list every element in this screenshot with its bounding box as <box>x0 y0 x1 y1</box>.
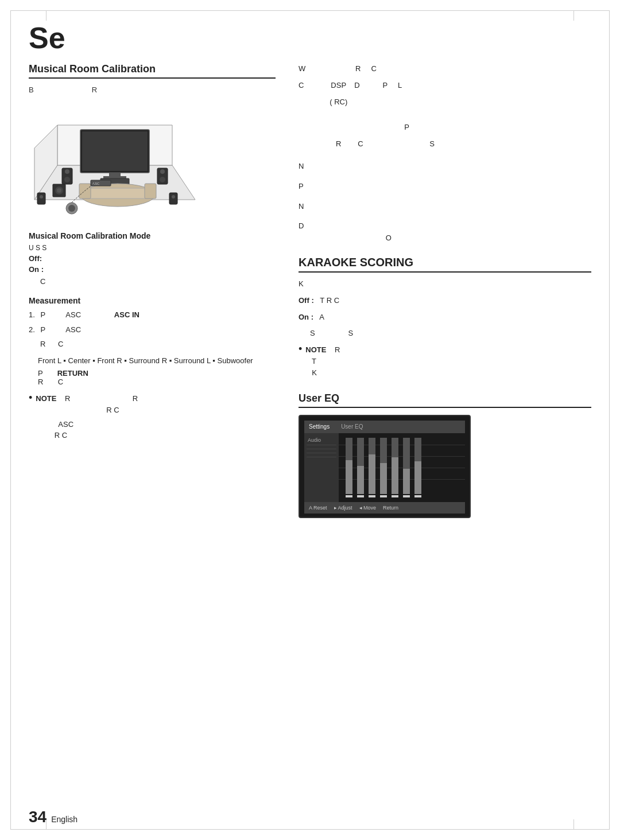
r-label-right: R <box>355 64 361 73</box>
note-section: • NOTE R R <box>29 393 276 441</box>
rc-text1: R <box>38 378 43 386</box>
step1-text: P <box>40 310 45 319</box>
karaoke-note: • NOTE R T K <box>299 344 591 379</box>
eq-btn-return: Return <box>383 505 398 511</box>
svg-point-24 <box>57 188 61 193</box>
eq-bars-area <box>339 433 465 502</box>
eq-bottom-bar: A Reset ▸ Adjust ◂ Move Return <box>304 502 465 514</box>
w-label: W <box>299 64 305 73</box>
svg-point-10 <box>64 177 70 182</box>
karaoke-bullet-dot: • <box>299 344 302 354</box>
n2-row: N <box>299 201 591 213</box>
mode-intro-row: U S S <box>29 244 276 252</box>
n-label: N <box>299 162 304 170</box>
p2: P <box>404 123 409 131</box>
d-row: D O <box>299 220 591 244</box>
karaoke-heading: KARAOKE SCORING <box>299 256 591 273</box>
speaker-list: Front L ▪ Center ▪ Front R ▪ Surround R … <box>38 355 276 367</box>
tick-bottom-right <box>574 819 574 830</box>
user-eq-section: User EQ Settings User EQ Audio <box>299 392 591 518</box>
karaoke-note-bullet: • NOTE R T K <box>299 344 591 379</box>
s1: S <box>310 329 315 337</box>
eq-sidebar-audio: Audio <box>307 435 336 445</box>
eq-bar-4 <box>380 438 387 497</box>
measurement-list: 1. P ASC ASC IN 2. P ASC <box>29 309 276 351</box>
note-label: NOTE <box>36 394 56 403</box>
svg-rect-6 <box>103 176 126 178</box>
main-columns: Musical Room Calibration B R <box>29 63 591 518</box>
asc-note: ASC <box>58 420 73 429</box>
musical-room-calibration-heading: Musical Room Calibration <box>29 63 276 79</box>
on-label: On : <box>29 265 44 274</box>
asc2-text: ASC <box>65 325 81 334</box>
svg-point-28 <box>68 205 75 212</box>
asc-label: ASC <box>65 310 81 319</box>
svg-point-13 <box>160 177 165 182</box>
eq-bar-7 <box>414 438 421 497</box>
eq-menu-settings: Settings <box>309 423 330 430</box>
tick-top-right <box>574 10 574 21</box>
svg-point-21 <box>40 195 43 199</box>
svg-point-9 <box>65 169 69 174</box>
o-label: O <box>386 234 392 242</box>
c-label-2: C <box>299 81 304 90</box>
w-row: W R C <box>299 63 591 75</box>
karaoke-note-label: NOTE <box>305 345 326 354</box>
svg-rect-5 <box>109 173 121 176</box>
karaoke-note-r: R <box>335 345 340 354</box>
return-label: RETURN <box>57 369 88 378</box>
n2-label: N <box>299 202 304 211</box>
eq-bar-3 <box>369 438 375 497</box>
left-column: Musical Room Calibration B R <box>29 63 276 518</box>
page-language: English <box>51 815 78 824</box>
on-subdesc: C <box>40 276 276 288</box>
eq-sidebar-item-3 <box>307 453 336 457</box>
karaoke-off-r: T R C <box>320 296 339 305</box>
rc-row: ( RC) <box>299 96 591 108</box>
karaoke-off-row: Off : T R C <box>299 295 591 307</box>
right-column: W R C C DSP D P <box>299 63 591 518</box>
eq-sidebar: Audio <box>304 433 339 502</box>
tick-top-left <box>46 10 46 21</box>
p3-row: P <box>299 181 591 193</box>
asc-rc-row: R C <box>36 430 138 441</box>
d-label: D <box>354 81 359 90</box>
svg-point-12 <box>160 169 165 174</box>
dsp-label: DSP <box>331 81 346 90</box>
measurement-section: Measurement 1. P ASC ASC IN 2. P <box>29 296 276 387</box>
r2: R <box>336 139 341 148</box>
speaker-list-text: Front L ▪ Center ▪ Front R ▪ Surround R … <box>38 356 253 365</box>
off-row: Off: <box>29 254 276 263</box>
mode-heading: Musical Room Calibration Mode <box>29 231 276 240</box>
asc-note-row: ASC <box>36 419 138 430</box>
r-label: R <box>92 85 97 94</box>
s-label: S <box>429 139 435 148</box>
eq-inner: Settings User EQ Audio <box>304 421 465 512</box>
on-desc <box>46 265 48 274</box>
eq-btn-move: ◂ Move <box>359 505 377 511</box>
eq-content: Audio <box>304 433 465 502</box>
r-c-row: R C S <box>299 138 591 150</box>
p-label: P <box>382 81 387 90</box>
note-t: T <box>312 357 316 365</box>
step-2: 2. P ASC <box>29 324 276 336</box>
p-rs: P <box>299 122 591 134</box>
karaoke-note-body: T <box>305 356 340 368</box>
asc-in: ASC IN <box>114 310 140 319</box>
bullet-dot: • <box>29 392 32 403</box>
b-label: B <box>29 85 34 94</box>
eq-menu-user-eq: User EQ <box>341 423 363 430</box>
eq-sidebar-item-1 <box>307 445 336 449</box>
user-eq-heading: User EQ <box>299 392 591 408</box>
asc-rc: R C <box>55 431 67 440</box>
karaoke-off-label: Off : <box>299 296 314 305</box>
step-1: 1. P ASC ASC IN <box>29 309 276 321</box>
page-number: 34 <box>29 808 46 826</box>
karaoke-on-label: On : <box>299 313 313 321</box>
top-desc-block: W R C C DSP D P <box>299 63 591 244</box>
note-k: K <box>312 368 317 377</box>
rc-row: R C <box>38 378 276 386</box>
eq-bar-2 <box>357 438 364 497</box>
eq-bar-5 <box>392 438 398 497</box>
karaoke-on-row: On : A <box>299 312 591 324</box>
